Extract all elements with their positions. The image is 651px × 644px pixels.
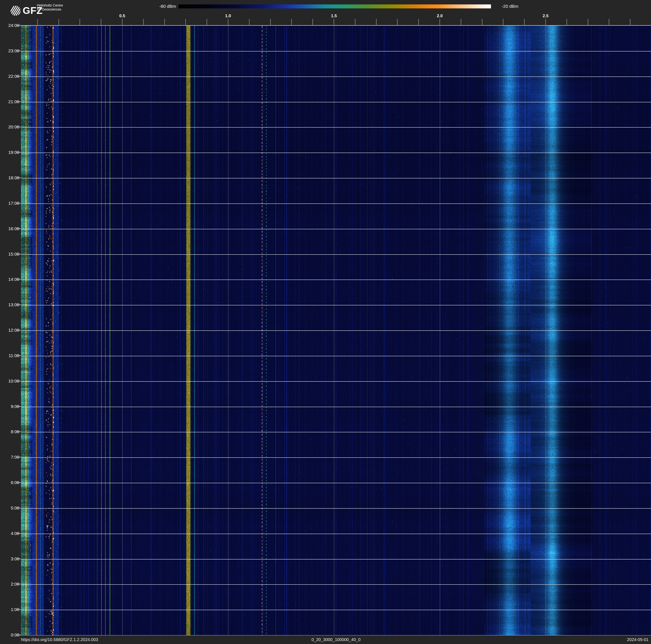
y-label: 24:00 [0, 23, 19, 28]
y-label: 22:00 [0, 74, 19, 79]
y-label: 12:00 [0, 328, 19, 333]
x-label: 2.0 [437, 13, 443, 18]
y-tick [17, 635, 21, 635]
date-label: 2024-05-01 [627, 637, 649, 642]
x-tick [249, 19, 249, 25]
x-tick [546, 19, 546, 25]
y-tick [17, 355, 21, 356]
y-tick [17, 330, 21, 330]
y-label: 3:00 [0, 556, 19, 561]
x-tick [461, 19, 461, 25]
y-tick [17, 482, 21, 483]
x-tick [270, 19, 271, 25]
y-tick [17, 76, 21, 77]
y-label: 19:00 [0, 150, 19, 155]
spectrogram-canvas [21, 26, 651, 635]
y-label: 14:00 [0, 277, 19, 282]
y-label: 21:00 [0, 99, 19, 104]
y-label: 4:00 [0, 531, 19, 536]
x-tick [185, 19, 186, 25]
x-tick [503, 19, 503, 25]
x-label: 1.0 [225, 13, 231, 18]
x-tick [59, 19, 59, 25]
x-tick [122, 19, 122, 25]
y-label: 5:00 [0, 505, 19, 510]
y-tick [17, 101, 21, 102]
x-tick [228, 19, 228, 25]
y-label: 8:00 [0, 429, 19, 434]
x-tick [355, 19, 355, 25]
y-label: 6:00 [0, 480, 19, 485]
x-tick [439, 19, 440, 25]
y-label: 0:00 [0, 633, 19, 638]
y-tick [17, 609, 21, 610]
y-tick [17, 381, 21, 381]
y-tick [17, 533, 21, 534]
x-tick [609, 19, 609, 25]
x-tick [334, 19, 334, 25]
colorbar-min-label: -80 dBm [0, 4, 176, 9]
x-tick [588, 19, 588, 25]
y-label: 2:00 [0, 582, 19, 587]
y-label: 15:00 [0, 252, 19, 257]
y-label: 20:00 [0, 124, 19, 129]
x-tick [418, 19, 419, 25]
x-tick [566, 19, 567, 25]
x-tick [101, 19, 101, 25]
y-tick [17, 229, 21, 229]
y-label: 9:00 [0, 404, 19, 409]
x-tick [291, 19, 292, 25]
y-tick [17, 432, 21, 432]
y-label: 1:00 [0, 607, 19, 612]
y-tick [17, 406, 21, 407]
y-tick [17, 178, 21, 178]
y-tick [17, 152, 21, 153]
x-tick [397, 19, 398, 25]
y-label: 16:00 [0, 226, 19, 231]
x-label: 1.5 [331, 13, 337, 18]
y-tick [17, 304, 21, 305]
x-tick [482, 19, 483, 25]
y-label: 7:00 [0, 455, 19, 460]
x-tick [312, 19, 313, 25]
x-tick [376, 19, 376, 25]
doi-link[interactable]: https://doi.org/10.5880/GFZ.1.2.2024.003 [21, 637, 98, 642]
y-tick [17, 203, 21, 203]
colorbar [179, 4, 491, 8]
x-label: 0.5 [119, 13, 125, 18]
y-label: 10:00 [0, 379, 19, 384]
colorbar-max-label: -20 dBm [502, 4, 518, 9]
x-tick [630, 19, 630, 25]
y-tick [17, 559, 21, 559]
y-tick [17, 254, 21, 254]
y-label: 11:00 [0, 353, 19, 358]
dataset-filename: 0_20_3000_100000_40_0 [311, 637, 361, 642]
y-tick [17, 457, 21, 457]
x-tick [164, 19, 165, 25]
y-tick [17, 584, 21, 584]
x-label: 2.5 [542, 13, 549, 18]
y-tick [17, 508, 21, 508]
y-tick [17, 279, 21, 280]
y-label: 17:00 [0, 201, 19, 206]
y-label: 18:00 [0, 175, 19, 180]
x-tick [80, 19, 80, 25]
y-label: 23:00 [0, 48, 19, 53]
y-label: 13:00 [0, 302, 19, 307]
y-tick [17, 127, 21, 127]
x-tick [143, 19, 144, 25]
x-tick [524, 19, 525, 25]
y-tick [17, 51, 21, 51]
x-tick [37, 19, 38, 25]
x-tick [207, 19, 207, 25]
